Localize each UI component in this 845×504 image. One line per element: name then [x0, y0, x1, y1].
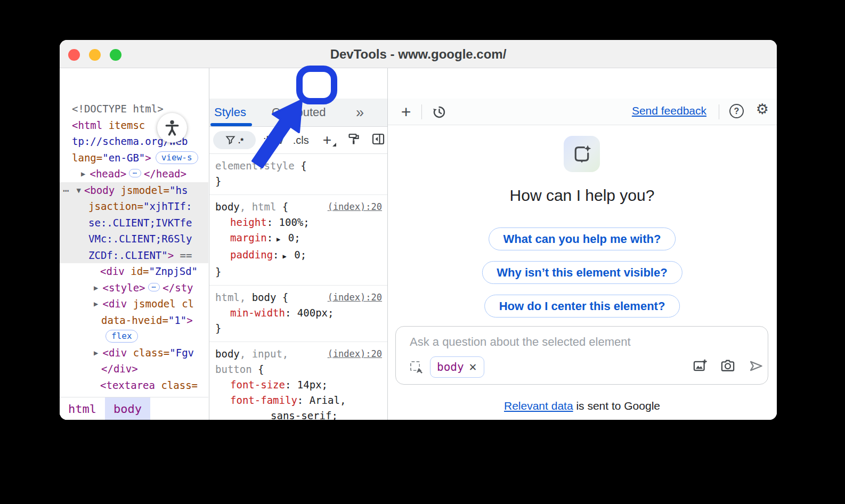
stylesheet-source-link[interactable]: (index):20 [328, 346, 382, 362]
accessibility-cursor-overlay [157, 113, 187, 143]
class-toggle[interactable]: .cls [293, 134, 309, 147]
tab-styles-underline [210, 123, 252, 126]
stylesheet-source-link[interactable]: (index):20 [328, 290, 382, 305]
styles-sidebar: Styles Computed » .* :hov .cls + [209, 68, 387, 420]
css-rule: element.style {} [209, 154, 387, 195]
annotation-highlight-ring [296, 66, 337, 104]
css-selector-line[interactable]: (index):20body, input,button { [215, 346, 382, 377]
elements-dom-line[interactable]: </div> [60, 361, 208, 377]
ai-prompt-input[interactable]: Ask a question about the selected elemen… [395, 326, 768, 385]
panel-divider[interactable] [209, 68, 209, 420]
select-element-button[interactable] [410, 361, 423, 373]
help-icon: ? [729, 104, 744, 118]
css-property-line[interactable]: font-family: Arial, [215, 393, 382, 408]
css-property-line[interactable]: } [215, 321, 382, 336]
css-property-line[interactable]: padding:▶ 0; [215, 247, 382, 264]
send-button[interactable] [746, 356, 766, 376]
elements-dom-line[interactable]: flex [60, 328, 208, 345]
elements-dom-line[interactable]: ▶<style>⋯</sty [60, 280, 208, 296]
elements-dom-line[interactable]: VMc:.CLIENT;R6Sly [60, 231, 208, 247]
tab-computed-label: Computed [272, 105, 326, 119]
elements-dom-line[interactable]: se:.CLIENT;IVKTfe [60, 215, 208, 231]
elements-panel: <!DOCTYPE html><html itemscitetp://schem… [60, 68, 209, 420]
ai-greeting: How can I help you? [387, 186, 777, 205]
paint-brush-icon [347, 133, 360, 145]
breadcrumb-html[interactable]: html [60, 397, 105, 420]
styles-toolbar: .* :hov .cls + [209, 127, 387, 154]
elements-dom-line[interactable]: ⋯▼<body jsmodel="hs [60, 182, 208, 199]
close-traffic-light[interactable] [68, 49, 80, 61]
elements-dom-line[interactable]: data-hveid="1"> [60, 312, 208, 329]
disclosure-text: is sent to Google [573, 400, 660, 412]
elements-dom-line[interactable]: lang="en-GB">view-s [60, 150, 208, 166]
css-property-line[interactable]: sans-serif; [215, 408, 382, 420]
panel-divider[interactable] [387, 68, 388, 420]
new-chat-button[interactable]: + [397, 103, 415, 121]
devtools-window: DevTools - www.google.com/ Elements [60, 40, 777, 420]
elements-dom-line[interactable]: ▶<div jsmodel cl [60, 296, 208, 312]
titlebar: DevTools - www.google.com/ [60, 40, 777, 68]
suggestion-what-can-you-help[interactable]: What can you help me with? [489, 227, 676, 250]
css-rules-list: element.style {}(index):20body, html {he… [209, 154, 387, 420]
suggestion-how-center[interactable]: How do I center this element? [484, 295, 680, 318]
ai-settings-button[interactable]: ⚙ [756, 102, 769, 117]
data-disclosure-note: Relevant data is sent to Google [387, 400, 777, 412]
chip-remove-icon[interactable]: ✕ [469, 361, 477, 373]
tab-styles[interactable]: Styles [214, 99, 246, 126]
elements-dom-line[interactable]: ▶<head>⋯</head> [60, 166, 208, 182]
camera-icon [720, 359, 735, 373]
css-rule: (index):20body, html {height: 100%;margi… [209, 195, 387, 286]
help-button[interactable]: ? [729, 104, 744, 118]
css-property-line[interactable]: } [215, 174, 382, 189]
toggle-sidebar-button[interactable] [372, 133, 385, 147]
breadcrumb: html body [60, 397, 208, 420]
css-property-line[interactable]: } [215, 264, 382, 280]
css-property-line[interactable]: height: 100%; [215, 215, 382, 230]
css-rule: (index):20body, input,button {font-size:… [209, 342, 387, 420]
css-property-line[interactable]: min-width: 400px; [215, 305, 382, 321]
styles-subtab-bar: Styles Computed » [209, 99, 387, 127]
history-icon [432, 105, 446, 119]
filter-styles-control[interactable]: .* [213, 131, 256, 149]
minimize-traffic-light[interactable] [89, 49, 101, 61]
elements-dom-line[interactable]: jsaction="xjhTIf: [60, 198, 208, 215]
styles-more-tabs-button[interactable]: » [356, 99, 363, 126]
more-tabs-icon: » [356, 104, 363, 121]
dom-tree: <!DOCTYPE html><html itemscitetp://schem… [60, 99, 208, 397]
suggestion-why-not-visible[interactable]: Why isn’t this element visible? [482, 261, 682, 284]
window-title: DevTools - www.google.com/ [60, 40, 777, 68]
accessibility-person-icon [163, 119, 181, 137]
elements-dom-line[interactable]: <!DOCTYPE html> [60, 101, 208, 117]
format-paint-button[interactable] [347, 133, 360, 148]
toolbar-divider [421, 104, 422, 119]
elements-dom-line[interactable]: ▶<div class="Fgv [60, 345, 208, 361]
elements-dom-line[interactable]: ZCDf:.CLIENT"> == [60, 247, 208, 264]
css-selector-line[interactable]: (index):20body, html { [215, 199, 382, 215]
stylesheet-source-link[interactable]: (index):20 [328, 199, 382, 215]
css-selector-line[interactable]: element.style { [215, 158, 382, 174]
css-selector-line[interactable]: (index):20html, body { [215, 290, 382, 305]
elements-dom-line[interactable]: tp://schema.org/Web [60, 133, 208, 150]
gear-icon: ⚙ [756, 102, 769, 117]
ai-assistance-panel: + Send feedback ? ⚙ [387, 68, 777, 420]
screenshot-button[interactable] [718, 356, 737, 376]
css-property-line[interactable]: font-size: 14px; [215, 377, 382, 393]
add-image-button[interactable] [690, 356, 710, 376]
ai-assistance-hero-icon [564, 136, 600, 172]
prompt-placeholder: Ask a question about the selected elemen… [410, 335, 631, 349]
history-button[interactable] [431, 104, 447, 120]
elements-dom-line[interactable]: <div id="ZnpjSd" [60, 263, 208, 280]
new-style-rule-button[interactable]: + [323, 132, 331, 149]
selected-element-chip[interactable]: body ✕ [430, 356, 484, 378]
zoom-traffic-light[interactable] [110, 49, 121, 61]
relevant-data-link[interactable]: Relevant data [504, 400, 573, 412]
plus-icon: + [401, 103, 411, 120]
breadcrumb-body[interactable]: body [105, 397, 150, 420]
screenshot-stage: DevTools - www.google.com/ Elements [0, 0, 845, 504]
ai-panel-toolbar: + Send feedback ? ⚙ [387, 99, 777, 125]
send-feedback-link[interactable]: Send feedback [632, 104, 706, 117]
css-property-line[interactable]: margin:▶ 0; [215, 230, 382, 247]
elements-dom-line[interactable]: <textarea class= [60, 377, 208, 394]
hover-state-toggle[interactable]: :hov [263, 134, 283, 147]
regex-toggle[interactable]: .* [238, 136, 243, 145]
